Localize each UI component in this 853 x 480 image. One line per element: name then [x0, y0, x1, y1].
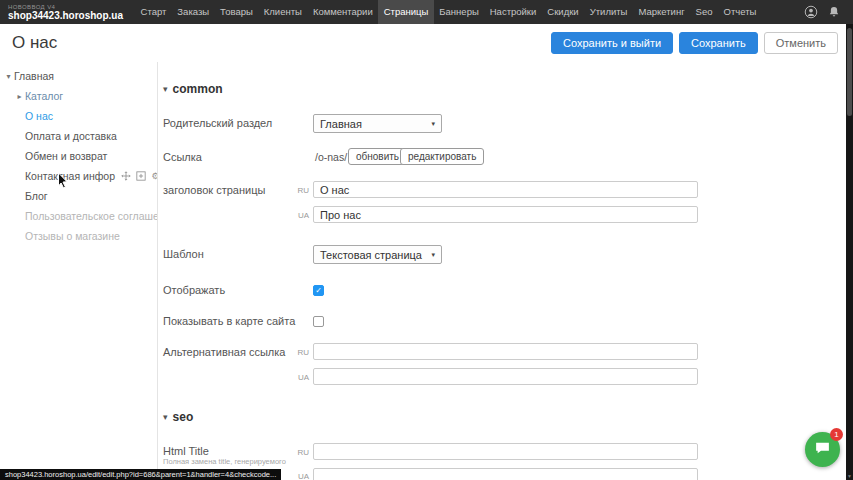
chevron-down-icon: ▾	[431, 251, 435, 259]
nav-item-comments[interactable]: Комментарии	[307, 0, 378, 24]
tree-item-label: О нас	[25, 110, 53, 122]
scrollbar-down-arrow-icon[interactable]: ▼	[846, 473, 853, 479]
nav-item-orders[interactable]: Заказы	[172, 0, 215, 24]
tree-item-catalog[interactable]: ▸ Каталог	[0, 86, 157, 106]
tree-item-contact-info[interactable]: Контактная инфор ⚙	[0, 166, 157, 186]
template-select[interactable]: Текстовая страница ▾	[313, 245, 442, 264]
section-common-header[interactable]: ▾ common	[163, 82, 223, 96]
notifications-bell-icon[interactable]	[827, 5, 841, 19]
tree-item-hover-actions: ⚙	[120, 171, 157, 182]
template-label: Шаблон	[163, 248, 204, 260]
nav-item-clients[interactable]: Клиенты	[258, 0, 307, 24]
tree-item-home[interactable]: ▾ Главная	[0, 66, 157, 86]
alt-link-ru-input[interactable]	[313, 343, 698, 360]
main-menu: Старт Заказы Товары Клиенты Комментарии …	[135, 0, 762, 24]
page-header: О нас Сохранить и выйти Сохранить Отмени…	[0, 24, 846, 62]
ua-lang-label: UA	[294, 472, 309, 480]
tree-item-label: Обмен и возврат	[25, 150, 107, 162]
section-seo-title: seo	[173, 410, 194, 424]
browser-status-url: shop34423.horoshop.ua/edit/edit.php?id=6…	[0, 469, 281, 480]
link-label: Ссылка	[163, 151, 202, 163]
tree-item-label: Оплата и доставка	[25, 130, 117, 142]
display-label: Отображать	[163, 284, 225, 296]
save-and-exit-button[interactable]: Сохранить и выйти	[551, 32, 673, 54]
pages-tree-sidebar: ▾ Главная ▸ Каталог О нас Оплата и доста…	[0, 62, 158, 480]
tree-item-exchange-return[interactable]: Обмен и возврат	[0, 146, 157, 166]
nav-item-utilities[interactable]: Утилиты	[584, 0, 633, 24]
tree-expanded-icon[interactable]: ▾	[3, 72, 14, 81]
link-value: /o-nas/	[315, 151, 347, 163]
chat-bubble-icon	[814, 439, 831, 460]
logo-domain: shop34423.horoshop.ua	[8, 11, 123, 21]
page-title: О нас	[12, 33, 57, 53]
ru-lang-label: RU	[294, 448, 309, 457]
nav-item-pages[interactable]: Страницы	[378, 0, 434, 24]
user-account-icon[interactable]	[804, 5, 818, 19]
save-button[interactable]: Сохранить	[679, 32, 758, 54]
shop-logo[interactable]: НОВОВВОД V4 shop34423.horoshop.ua	[8, 4, 123, 21]
section-common-title: common	[173, 82, 223, 96]
html-title-ua-input[interactable]	[313, 468, 698, 480]
chat-unread-badge: 1	[830, 428, 843, 441]
header-action-buttons: Сохранить и выйти Сохранить Отменить	[551, 32, 838, 54]
cancel-button[interactable]: Отменить	[764, 32, 838, 54]
scrollbar-thumb[interactable]	[847, 28, 852, 116]
nav-item-marketing[interactable]: Маркетинг	[633, 0, 690, 24]
nav-item-start[interactable]: Старт	[135, 0, 172, 24]
ua-lang-label: UA	[294, 211, 309, 220]
vertical-scrollbar[interactable]: ▼	[846, 24, 853, 480]
top-navbar: НОВОВВОД V4 shop34423.horoshop.ua Старт …	[0, 0, 853, 24]
display-checkbox[interactable]	[313, 285, 324, 296]
nav-item-banners[interactable]: Баннеры	[434, 0, 484, 24]
parent-section-value: Главная	[320, 118, 362, 130]
nav-item-seo[interactable]: Seo	[690, 0, 718, 24]
nav-item-products[interactable]: Товары	[215, 0, 259, 24]
tree-item-label: Блог	[25, 190, 48, 202]
html-title-ru-input[interactable]	[313, 443, 698, 460]
template-value: Текстовая страница	[320, 249, 422, 261]
ru-lang-label: RU	[294, 348, 309, 357]
page-title-ru-input[interactable]	[313, 181, 698, 198]
chat-widget-button[interactable]: 1	[805, 432, 840, 467]
nav-item-discounts[interactable]: Скидки	[542, 0, 584, 24]
add-page-icon[interactable]	[135, 171, 146, 182]
gear-icon[interactable]: ⚙	[150, 171, 157, 182]
link-refresh-button[interactable]: обновить	[348, 148, 407, 165]
parent-section-label: Родительский раздел	[163, 117, 272, 129]
navbar-right-icons	[804, 5, 841, 19]
page-title-label: заголовок страницы	[163, 184, 265, 196]
tree-item-store-reviews[interactable]: Отзывы о магазине	[0, 226, 157, 246]
tree-item-label: Отзывы о магазине	[25, 230, 120, 242]
chevron-down-icon: ▾	[431, 120, 435, 128]
section-collapse-icon[interactable]: ▾	[163, 84, 168, 94]
html-title-label: Html Title	[163, 445, 209, 457]
tree-item-payment-delivery[interactable]: Оплата и доставка	[0, 126, 157, 146]
sitemap-label: Показывать в карте сайта	[163, 315, 295, 327]
tree-collapsed-icon[interactable]: ▸	[14, 92, 25, 101]
parent-section-select[interactable]: Главная ▾	[313, 114, 442, 133]
page-title-ua-input[interactable]	[313, 206, 698, 223]
move-icon[interactable]	[120, 171, 131, 182]
nav-item-reports[interactable]: Отчеты	[718, 0, 762, 24]
alt-link-label: Альтернативная ссылка	[163, 346, 285, 358]
tree-item-blog[interactable]: Блог	[0, 186, 157, 206]
tree-item-about-us[interactable]: О нас	[0, 106, 157, 126]
section-seo-header[interactable]: ▾ seo	[163, 410, 193, 424]
ua-lang-label: UA	[294, 373, 309, 382]
tree-item-label: Главная	[14, 70, 54, 82]
link-edit-button[interactable]: редактировать	[400, 148, 484, 165]
nav-item-settings[interactable]: Настройки	[484, 0, 542, 24]
tree-item-label: Пользовательское соглашение	[25, 210, 157, 222]
html-title-hint: Полная замена title, генерируемого	[163, 457, 286, 466]
tree-item-label: Каталог	[25, 90, 63, 102]
ru-lang-label: RU	[294, 186, 309, 195]
sitemap-checkbox[interactable]	[313, 316, 324, 327]
tree-item-user-agreement[interactable]: Пользовательское соглашение	[0, 206, 157, 226]
tree-item-label: Контактная инфор	[25, 170, 115, 182]
logo-version-label: НОВОВВОД V4	[8, 4, 123, 10]
page-edit-form: ▾ common Родительский раздел Главная ▾ С…	[158, 62, 846, 480]
section-collapse-icon[interactable]: ▾	[163, 412, 168, 422]
alt-link-ua-input[interactable]	[313, 368, 698, 385]
